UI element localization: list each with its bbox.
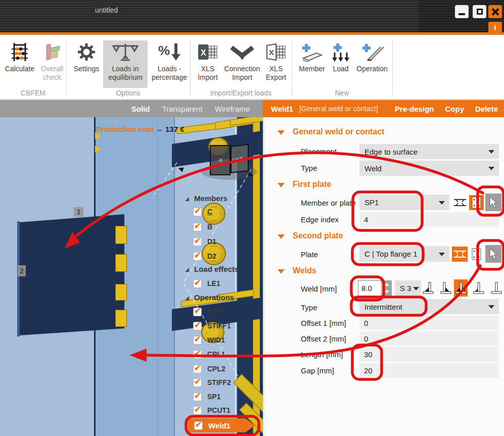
close-button[interactable]	[488, 5, 502, 18]
new-load-button[interactable]: Load	[330, 40, 352, 88]
selected-item-type: [General weld or contact]	[299, 105, 384, 113]
connection-import-button[interactable]: Connection Import	[223, 40, 261, 88]
viewport-3d[interactable]: -X +Y ▶ ▶ 1 2 Production cost 137 € Memb…	[0, 117, 263, 436]
checkbox-checked-icon[interactable]	[193, 237, 202, 246]
offset2-value[interactable]: 0	[359, 331, 499, 346]
tree-item-stiff2[interactable]: STIFF2	[193, 377, 231, 388]
type-label: Type	[301, 164, 317, 172]
predesign-button[interactable]: Pre-design	[395, 105, 434, 113]
chevron-down-icon	[413, 287, 419, 290]
pick-beam-button-active[interactable]	[452, 247, 468, 262]
tree-item-stiff1[interactable]: STIFF1	[193, 320, 231, 331]
checkbox-checked-icon[interactable]	[193, 406, 202, 415]
tree-expander-icon[interactable]	[185, 296, 189, 300]
svg-text:X: X	[201, 49, 206, 57]
weld-type-fillet-both-button-active[interactable]	[454, 279, 468, 297]
plate-dropdown[interactable]: C | Top flange 1	[359, 246, 449, 262]
weld-size-stepper[interactable]	[382, 280, 392, 296]
weld-material-dropdown[interactable]: S 3	[395, 280, 424, 296]
section-collapse-icon[interactable]	[278, 269, 285, 274]
new-member-button[interactable]: Member	[295, 40, 329, 88]
tree-item-cpl2[interactable]: CPL2	[193, 363, 225, 374]
edge-index-value[interactable]: 4	[359, 212, 499, 227]
section-collapse-icon[interactable]	[278, 130, 285, 135]
length-value[interactable]: 30	[359, 347, 499, 362]
loads-percentage-button[interactable]: % Loads - percentage	[149, 40, 190, 88]
delete-button[interactable]: Delete	[475, 105, 498, 113]
section-collapse-icon[interactable]	[278, 183, 285, 187]
checkbox-checked-icon[interactable]	[193, 279, 202, 288]
member-or-plate-dropdown[interactable]: SP1	[359, 195, 449, 210]
checkbox-checked-icon[interactable]	[193, 308, 202, 316]
tab-transparent[interactable]: Transparent	[162, 105, 203, 113]
tree-item-member-d1[interactable]: D1	[193, 236, 216, 247]
tree-item-member-d2[interactable]: D2	[193, 251, 216, 262]
checkbox-checked-icon[interactable]	[193, 350, 202, 359]
weld-size-input[interactable]	[358, 280, 382, 296]
checkbox-checked-icon[interactable]	[193, 208, 202, 216]
section-collapse-icon[interactable]	[278, 234, 285, 239]
placement-label: Placement	[301, 147, 337, 156]
calculate-button[interactable]: Calculate	[2, 40, 37, 88]
placement-dropdown[interactable]: Edge to surface	[359, 144, 499, 159]
svg-text:X: X	[269, 48, 274, 57]
pick-plate-button-active[interactable]	[469, 195, 484, 210]
chevron-down-icon	[488, 167, 494, 170]
maximize-button[interactable]	[473, 5, 486, 18]
pick-plate-button[interactable]	[469, 247, 484, 262]
nav-cube-face-x[interactable]: -X	[210, 145, 231, 175]
offset1-label: Offset 1 [mm]	[301, 319, 346, 327]
tree-item-wid1[interactable]: WID1	[193, 334, 225, 346]
pick-in-scene-button[interactable]	[485, 245, 501, 263]
checkbox-checked-icon[interactable]	[193, 336, 202, 345]
gap-value[interactable]: 20	[359, 363, 499, 378]
pick-beam-button[interactable]	[452, 195, 468, 210]
new-load-icon	[330, 40, 352, 64]
window-title: untitled	[95, 6, 118, 14]
tree-expander-icon[interactable]	[185, 197, 189, 201]
loads-in-equilibrium-button[interactable]: Loads in equilibrium	[103, 40, 148, 88]
tree-item-le1[interactable]: LE1	[193, 278, 220, 289]
info-button[interactable]: i	[488, 22, 502, 33]
copy-button[interactable]: Copy	[445, 105, 464, 113]
new-member-icon	[299, 40, 325, 64]
checkbox-checked-icon[interactable]	[193, 393, 202, 401]
tree-item-member-c[interactable]: C	[193, 206, 212, 217]
tree-item-cpl1[interactable]: CPL1	[193, 349, 225, 360]
stub-plate[interactable]	[15, 211, 127, 340]
new-operation-button[interactable]: Operation	[353, 40, 391, 88]
tree-header-operations: Operations	[194, 293, 234, 302]
settings-button[interactable]: Settings	[71, 40, 102, 88]
xls-import-button[interactable]: X XLS Import	[193, 40, 222, 88]
weld-type-fillet-right-button[interactable]	[439, 279, 452, 297]
tab-solid[interactable]: Solid	[131, 105, 150, 113]
weld-type-butt-button[interactable]	[489, 279, 503, 297]
beam-section-icon	[453, 249, 467, 259]
checkbox-checked-icon[interactable]	[193, 322, 202, 330]
checkbox-checked-icon[interactable]	[193, 223, 202, 231]
minimize-button[interactable]	[455, 5, 469, 18]
weld-contact-type-dropdown[interactable]: Weld	[359, 161, 499, 176]
group-label-options: Options	[66, 89, 190, 97]
intermittent-weld-segment	[115, 254, 127, 272]
tree-item-member-b[interactable]: B	[193, 221, 212, 232]
checkbox-checked-icon[interactable]	[194, 421, 203, 430]
selected-item-title: Weld1	[271, 105, 293, 113]
xls-export-button[interactable]: X XLS Export	[262, 40, 290, 88]
tree-item-pcut1[interactable]: PCUT1	[193, 405, 231, 416]
tree-item-ep1[interactable]: EP1	[193, 306, 220, 317]
tree-item-sp1[interactable]: SP1	[193, 391, 220, 402]
checkbox-checked-icon[interactable]	[193, 252, 202, 261]
nav-cube-face-y[interactable]: +Y	[231, 144, 249, 173]
overall-check-button[interactable]: Overall check	[37, 40, 67, 88]
weld-type-dropdown[interactable]: Intermittent	[359, 299, 499, 314]
weld-type-fillet-left-button[interactable]	[421, 279, 435, 297]
checkbox-checked-icon[interactable]	[193, 378, 202, 387]
checkbox-checked-icon[interactable]	[193, 365, 202, 373]
weld-type-bevel-button[interactable]	[472, 279, 485, 297]
tab-wireframe[interactable]: Wireframe	[215, 105, 250, 113]
tree-item-weld1-selected[interactable]: Weld1	[188, 418, 255, 432]
tree-expander-icon[interactable]	[185, 268, 189, 272]
pick-in-scene-button[interactable]	[485, 193, 501, 211]
offset1-value[interactable]: 0	[359, 316, 499, 330]
